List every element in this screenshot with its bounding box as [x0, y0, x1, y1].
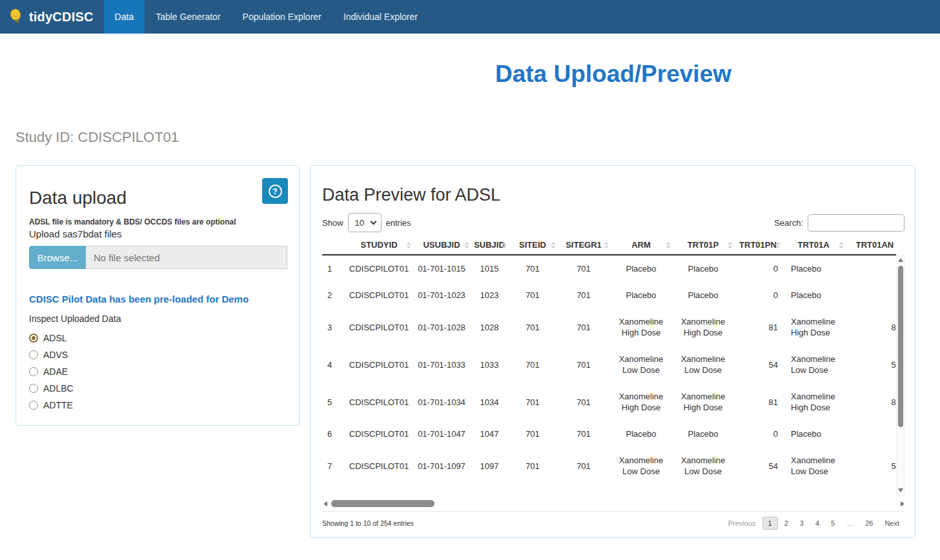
column-header-trt01a[interactable]: TRT01A	[782, 237, 845, 255]
dataset-radio-adsl[interactable]: ADSL	[29, 330, 286, 346]
table-cell: 701	[557, 255, 610, 282]
browse-button[interactable]: Browse...	[29, 246, 86, 269]
scroll-right-icon[interactable]	[901, 501, 904, 506]
table-cell: CDISCPILOT01	[345, 308, 413, 346]
nav-tab-individual-explorer[interactable]: Individual Explorer	[332, 0, 429, 34]
navbar: tidyCDISC DataTable GeneratorPopulation …	[0, 0, 940, 34]
radio-circle-icon[interactable]	[29, 384, 38, 393]
pagination-page-2[interactable]: 2	[779, 517, 793, 530]
table-cell: 701	[557, 282, 610, 308]
pagination-page--[interactable]: …	[841, 517, 859, 530]
scroll-left-icon[interactable]	[323, 501, 327, 506]
dataset-radio-adtte[interactable]: ADTTE	[29, 397, 286, 414]
pagination-next[interactable]: Next	[879, 517, 904, 530]
column-header-label: SITEGR1	[566, 240, 602, 250]
column-header-label: TRT01P	[688, 240, 719, 250]
table-cell: 701	[508, 255, 557, 282]
nav-tab-data[interactable]: Data	[104, 0, 145, 34]
pagination-page-5[interactable]: 5	[826, 517, 840, 530]
sort-asc-icon	[775, 242, 781, 245]
table-cell: Xanomeline Low Dose	[672, 346, 734, 383]
dataset-radio-adlbc[interactable]: ADLBC	[29, 380, 286, 397]
pagination-page-26[interactable]: 26	[860, 517, 878, 530]
table-row[interactable]: 1CDISCPILOT0101-701-10151015701701Placeb…	[322, 255, 896, 282]
sort-icon	[551, 242, 556, 248]
sort-asc-icon	[464, 242, 469, 245]
data-preview-table: STUDYIDUSUBJIDSUBJIDSITEIDSITEGR1ARMTRT0…	[322, 237, 896, 485]
table-cell: Xanomeline High Dose	[672, 383, 734, 421]
column-header-label: SUBJID	[474, 240, 505, 250]
table-row[interactable]: 7CDISCPILOT0101-701-10971097701701Xanome…	[322, 447, 896, 485]
upload-label: Upload sas7bdat files	[29, 228, 286, 239]
sort-asc-icon	[502, 242, 507, 245]
sort-desc-icon	[728, 246, 733, 248]
vertical-scroll-thumb[interactable]	[898, 266, 903, 427]
nav-tab-table-generator[interactable]: Table Generator	[145, 0, 231, 34]
preloaded-message: CDISC Pilot Data has been pre-loaded for…	[29, 294, 286, 305]
pagination-previous[interactable]: Previous	[723, 517, 761, 530]
study-id-label: Study ID: CDISCPILOT01	[15, 129, 940, 146]
row-number-cell: 1	[322, 255, 345, 282]
file-name-input[interactable]	[86, 246, 287, 269]
table-cell: 54	[734, 447, 782, 485]
column-header-trt01p[interactable]: TRT01P	[672, 237, 734, 255]
scroll-up-icon[interactable]	[898, 258, 903, 262]
column-header-siteid[interactable]: SITEID	[508, 237, 557, 255]
table-cell: Placebo	[610, 255, 672, 282]
column-header-usubjid[interactable]: USUBJID	[413, 237, 471, 255]
nav-tabs: DataTable GeneratorPopulation ExplorerIn…	[104, 0, 429, 34]
table-cell: CDISCPILOT01	[345, 447, 413, 485]
column-header-label: ARM	[631, 240, 651, 250]
app-brand[interactable]: tidyCDISC	[0, 0, 104, 34]
table-row[interactable]: 4CDISCPILOT0101-701-10331033701701Xanome…	[322, 346, 896, 383]
column-header-sitegr1[interactable]: SITEGR1	[557, 237, 610, 255]
table-cell: 1097	[471, 447, 508, 485]
row-number-cell: 7	[322, 447, 345, 485]
table-cell: Xanomeline Low Dose	[782, 447, 845, 485]
column-header-subjid[interactable]: SUBJID	[471, 237, 508, 255]
horizontal-scrollbar[interactable]	[322, 500, 904, 509]
sort-asc-icon	[551, 242, 556, 245]
dataset-radio-label: ADTTE	[43, 400, 73, 410]
sort-icon	[839, 242, 844, 248]
table-header-row: STUDYIDUSUBJIDSUBJIDSITEIDSITEGR1ARMTRT0…	[322, 237, 896, 255]
table-cell: Placebo	[672, 255, 734, 282]
pagination-page-3[interactable]: 3	[795, 517, 809, 530]
table-cell: 01-701-1097	[413, 447, 471, 485]
table-cell: Xanomeline Low Dose	[610, 447, 672, 485]
column-header-trt01an[interactable]: TRT01AN	[845, 237, 896, 255]
dataset-radio-advs[interactable]: ADVS	[29, 346, 286, 363]
column-header-studyid[interactable]: STUDYID	[345, 237, 413, 255]
sort-desc-icon	[551, 246, 556, 248]
radio-circle-icon[interactable]	[29, 401, 38, 410]
sort-asc-icon	[839, 242, 844, 245]
table-row[interactable]: 5CDISCPILOT0101-701-10341034701701Xanome…	[322, 383, 896, 421]
table-row[interactable]: 6CDISCPILOT0101-701-10471047701701Placeb…	[322, 421, 896, 447]
table-row[interactable]: 2CDISCPILOT0101-701-10231023701701Placeb…	[322, 282, 896, 308]
dataset-radio-adae[interactable]: ADAE	[29, 363, 286, 380]
help-button[interactable]: ?	[262, 178, 288, 204]
table-cell: Xanomeline High Dose	[672, 308, 734, 346]
radio-circle-icon[interactable]	[29, 350, 38, 359]
table-cell: Placebo	[782, 255, 845, 282]
nav-tab-population-explorer[interactable]: Population Explorer	[232, 0, 332, 34]
page-length-select[interactable]: 10	[348, 213, 382, 232]
table-cell: Xanomeline High Dose	[610, 383, 672, 421]
table-cell: 701	[557, 447, 610, 485]
column-header-trt01pn[interactable]: TRT01PN	[734, 237, 782, 255]
scroll-down-icon[interactable]	[898, 488, 903, 492]
table-row[interactable]: 3CDISCPILOT0101-701-10281028701701Xanome…	[322, 308, 896, 346]
search-input[interactable]	[808, 214, 904, 232]
pagination-page-4[interactable]: 4	[810, 517, 824, 530]
table-cell: 01-701-1047	[413, 421, 471, 447]
sort-icon	[604, 242, 609, 248]
pagination-page-1[interactable]: 1	[762, 517, 778, 530]
radio-circle-icon[interactable]	[29, 367, 38, 376]
horizontal-scroll-thumb[interactable]	[331, 500, 434, 507]
vertical-scrollbar[interactable]	[896, 255, 904, 495]
table-cell: Xanomeline High Dose	[782, 383, 845, 421]
table-cell: Placebo	[782, 421, 845, 447]
radio-circle-icon[interactable]	[29, 334, 38, 343]
column-header-arm[interactable]: ARM	[610, 237, 672, 255]
table-cell: 701	[557, 346, 610, 383]
